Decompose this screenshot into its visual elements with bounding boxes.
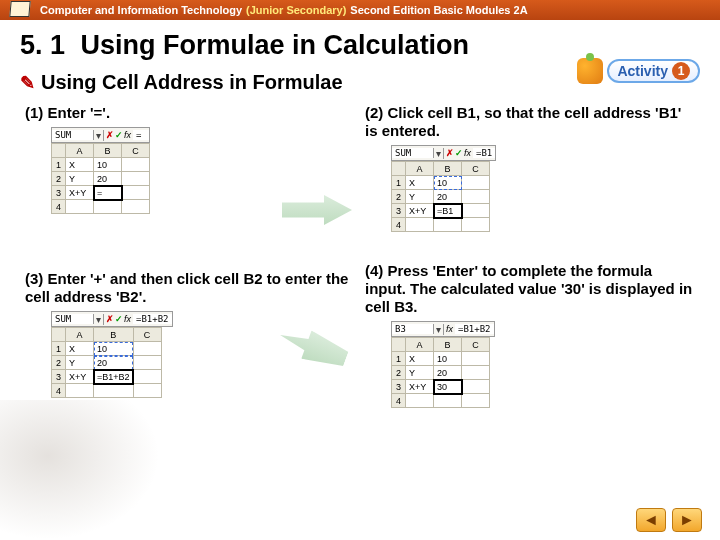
- cell[interactable]: [66, 384, 94, 398]
- row-header[interactable]: 4: [392, 394, 406, 408]
- row-header[interactable]: 2: [52, 172, 66, 186]
- cell[interactable]: [122, 186, 150, 200]
- name-box[interactable]: SUM: [52, 130, 94, 140]
- formula-input[interactable]: =B1+B2: [455, 324, 494, 334]
- cell[interactable]: X: [66, 342, 94, 356]
- cell[interactable]: [122, 200, 150, 214]
- col-header[interactable]: C: [462, 338, 490, 352]
- cell[interactable]: [462, 380, 490, 394]
- cell-marquee[interactable]: 10: [94, 342, 134, 356]
- cell[interactable]: [434, 218, 462, 232]
- cell[interactable]: [406, 394, 434, 408]
- cell[interactable]: [462, 176, 490, 190]
- col-header[interactable]: C: [122, 144, 150, 158]
- name-box[interactable]: SUM: [52, 314, 94, 324]
- nav-back-button[interactable]: ◄: [636, 508, 666, 532]
- cell[interactable]: [462, 204, 490, 218]
- row-header[interactable]: 2: [392, 190, 406, 204]
- cell[interactable]: [94, 384, 134, 398]
- fx-icon[interactable]: fx: [124, 130, 131, 140]
- cell[interactable]: 20: [94, 172, 122, 186]
- formula-input[interactable]: =: [133, 130, 149, 140]
- row-header[interactable]: 1: [52, 342, 66, 356]
- cell[interactable]: [434, 394, 462, 408]
- cell[interactable]: [122, 158, 150, 172]
- col-header[interactable]: A: [406, 162, 434, 176]
- cell[interactable]: 10: [94, 158, 122, 172]
- name-box[interactable]: B3: [392, 324, 434, 334]
- col-header[interactable]: A: [66, 328, 94, 342]
- col-header[interactable]: C: [133, 328, 161, 342]
- grid[interactable]: ABC 1X10 2Y20 3X+Y30 4: [391, 337, 490, 408]
- row-header[interactable]: 3: [392, 204, 406, 218]
- cell[interactable]: 20: [434, 190, 462, 204]
- cell[interactable]: X: [66, 158, 94, 172]
- row-header[interactable]: 1: [52, 158, 66, 172]
- cell[interactable]: [122, 172, 150, 186]
- col-header[interactable]: B: [94, 144, 122, 158]
- grid[interactable]: ABC 1X10 2Y20 3X+Y=B1+B2 4: [51, 327, 162, 398]
- row-header[interactable]: 3: [52, 186, 66, 200]
- col-header[interactable]: B: [94, 328, 134, 342]
- cell[interactable]: Y: [406, 190, 434, 204]
- cancel-icon[interactable]: ✗: [446, 148, 454, 158]
- cell[interactable]: 20: [434, 366, 462, 380]
- cell[interactable]: X+Y: [406, 380, 434, 394]
- cell-marquee[interactable]: 20: [94, 356, 134, 370]
- grid[interactable]: ABC 1X10 2Y20 3X+Y= 4: [51, 143, 150, 214]
- cell-selected[interactable]: 30: [434, 380, 462, 394]
- cancel-icon[interactable]: ✗: [106, 314, 114, 324]
- cell[interactable]: X+Y: [66, 186, 94, 200]
- row-header[interactable]: 4: [52, 384, 66, 398]
- name-box-dropdown-icon[interactable]: ▾: [434, 148, 444, 159]
- row-header[interactable]: 1: [392, 176, 406, 190]
- enter-icon[interactable]: ✓: [115, 314, 123, 324]
- col-header[interactable]: C: [462, 162, 490, 176]
- fx-icon[interactable]: fx: [124, 314, 131, 324]
- col-header[interactable]: B: [434, 162, 462, 176]
- row-header[interactable]: 2: [392, 366, 406, 380]
- col-header[interactable]: B: [434, 338, 462, 352]
- row-header[interactable]: 3: [52, 370, 66, 384]
- cell[interactable]: [66, 200, 94, 214]
- enter-icon[interactable]: ✓: [115, 130, 123, 140]
- fx-icon[interactable]: fx: [446, 324, 453, 334]
- cell-selected[interactable]: =B1: [434, 204, 462, 218]
- col-header[interactable]: A: [406, 338, 434, 352]
- name-box-dropdown-icon[interactable]: ▾: [434, 324, 444, 335]
- cell[interactable]: X: [406, 352, 434, 366]
- cell-selected[interactable]: =: [94, 186, 122, 200]
- name-box[interactable]: SUM: [392, 148, 434, 158]
- cell[interactable]: X+Y: [66, 370, 94, 384]
- row-header[interactable]: 4: [52, 200, 66, 214]
- cell[interactable]: [462, 190, 490, 204]
- row-header[interactable]: 1: [392, 352, 406, 366]
- cell[interactable]: X+Y: [406, 204, 434, 218]
- name-box-dropdown-icon[interactable]: ▾: [94, 314, 104, 325]
- cell[interactable]: [406, 218, 434, 232]
- cancel-icon[interactable]: ✗: [106, 130, 114, 140]
- nav-forward-button[interactable]: ►: [672, 508, 702, 532]
- row-header[interactable]: 2: [52, 356, 66, 370]
- name-box-dropdown-icon[interactable]: ▾: [94, 130, 104, 141]
- cell[interactable]: [94, 200, 122, 214]
- cell[interactable]: Y: [66, 172, 94, 186]
- grid[interactable]: ABC 1X10 2Y20 3X+Y=B1 4: [391, 161, 490, 232]
- formula-input[interactable]: =B1: [473, 148, 495, 158]
- cell[interactable]: 10: [434, 352, 462, 366]
- cell[interactable]: [133, 384, 161, 398]
- col-header[interactable]: A: [66, 144, 94, 158]
- cell[interactable]: [462, 366, 490, 380]
- row-header[interactable]: 4: [392, 218, 406, 232]
- formula-input[interactable]: =B1+B2: [133, 314, 172, 324]
- cell[interactable]: [462, 218, 490, 232]
- cell[interactable]: [462, 394, 490, 408]
- cell[interactable]: [462, 352, 490, 366]
- fx-icon[interactable]: fx: [464, 148, 471, 158]
- enter-icon[interactable]: ✓: [455, 148, 463, 158]
- cell[interactable]: X: [406, 176, 434, 190]
- cell[interactable]: [133, 342, 161, 356]
- cell-marquee[interactable]: 10: [434, 176, 462, 190]
- cell[interactable]: [133, 356, 161, 370]
- cell-selected[interactable]: =B1+B2: [94, 370, 134, 384]
